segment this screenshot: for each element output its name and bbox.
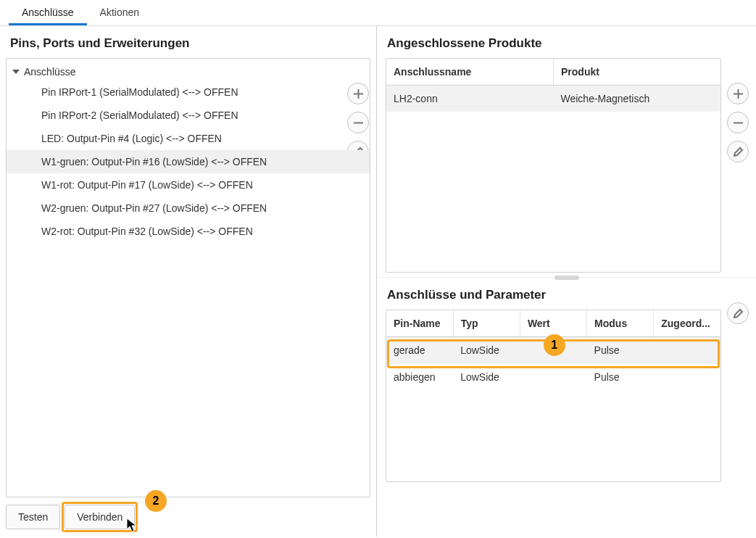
vertical-splitter[interactable] <box>554 276 579 280</box>
tab-bar: Anschlüsse Aktionen <box>0 0 756 26</box>
pencil-icon <box>733 308 744 319</box>
table-cell: LowSide <box>453 364 520 391</box>
left-pane: Pins, Ports und Erweiterungen Anschlüsse… <box>0 26 377 537</box>
table-cell: Pulse <box>587 337 654 364</box>
table-cell: Weiche-Magnetisch <box>554 86 721 112</box>
minus-icon <box>733 117 744 128</box>
plus-icon <box>733 88 744 99</box>
pencil-icon <box>733 146 744 157</box>
table-cell: gerade <box>386 337 453 364</box>
tree-item[interactable]: W2-rot: Output-Pin #32 (LowSide) <--> OF… <box>7 220 370 243</box>
table-row[interactable]: LH2-connWeiche-Magnetisch <box>386 86 720 112</box>
tab-connections[interactable]: Anschlüsse <box>9 0 87 25</box>
left-button-row: Testen Verbinden 2 <box>0 497 376 537</box>
tab-actions[interactable]: Aktionen <box>87 0 152 25</box>
chevron-down-icon <box>12 70 20 74</box>
params-table: Pin-Name Typ Wert Modus Zugeord... gerad… <box>386 310 720 390</box>
params-section: Anschlüsse und Parameter Pin-Name Typ <box>377 277 756 537</box>
right-pane: Angeschlossene Produkte Anschlus <box>377 26 756 537</box>
params-title: Anschlüsse und Parameter <box>377 278 756 310</box>
products-section: Angeschlossene Produkte Anschlus <box>377 26 756 277</box>
pin-tree[interactable]: Anschlüsse Pin IRPort-1 (SerialModulated… <box>6 58 370 497</box>
table-cell: Pulse <box>587 364 654 391</box>
remove-product-button[interactable] <box>727 112 749 133</box>
params-header-assigned[interactable]: Zugeord... <box>654 310 720 337</box>
params-header-type[interactable]: Typ <box>453 310 520 337</box>
connect-button[interactable]: Verbinden <box>65 505 135 529</box>
table-cell: LH2-conn <box>386 86 554 112</box>
table-cell: abbiegen <box>386 364 453 391</box>
table-cell <box>654 364 720 391</box>
tree-item[interactable]: W2-gruen: Output-Pin #27 (LowSide) <--> … <box>7 196 370 220</box>
products-title: Angeschlossene Produkte <box>377 26 756 58</box>
table-cell <box>520 364 586 391</box>
tree-root-label: Anschlüsse <box>24 66 76 78</box>
table-row[interactable]: geradeLowSidePulse <box>386 337 720 364</box>
products-action-buttons <box>727 83 749 162</box>
add-product-button[interactable] <box>727 83 749 104</box>
edit-product-button[interactable] <box>727 141 749 162</box>
products-header-product[interactable]: Produkt <box>554 59 721 86</box>
table-cell: LowSide <box>453 337 520 364</box>
table-cell <box>520 337 586 364</box>
params-table-wrap: Pin-Name Typ Wert Modus Zugeord... gerad… <box>386 310 721 482</box>
left-pane-title: Pins, Ports und Erweiterungen <box>0 26 376 58</box>
main-split: Pins, Ports und Erweiterungen Anschlüsse… <box>0 26 756 537</box>
table-row[interactable]: abbiegenLowSidePulse <box>386 364 720 391</box>
tree-item[interactable]: Pin IRPort-2 (SerialModulated) <--> OFFE… <box>7 104 370 127</box>
params-header-pin[interactable]: Pin-Name <box>386 310 453 337</box>
params-action-buttons <box>727 302 749 324</box>
tree-item[interactable]: W1-rot: Output-Pin #17 (LowSide) <--> OF… <box>7 173 370 196</box>
products-table-wrap: Anschlussname Produkt LH2-connWeiche-Mag… <box>386 58 721 273</box>
products-table: Anschlussname Produkt LH2-connWeiche-Mag… <box>386 59 720 112</box>
tree-root-node[interactable]: Anschlüsse <box>7 63 370 80</box>
table-cell <box>654 337 720 364</box>
edit-param-button[interactable] <box>727 302 749 324</box>
test-button[interactable]: Testen <box>6 505 60 529</box>
params-header-value[interactable]: Wert <box>520 310 586 337</box>
products-header-name[interactable]: Anschlussname <box>386 59 554 86</box>
params-header-mode[interactable]: Modus <box>587 310 654 337</box>
tree-item[interactable]: LED: Output-Pin #4 (Logic) <--> OFFEN <box>7 127 370 150</box>
tree-item[interactable]: Pin IRPort-1 (SerialModulated) <--> OFFE… <box>7 80 370 104</box>
tree-item[interactable]: W1-gruen: Output-Pin #16 (LowSide) <--> … <box>7 150 370 173</box>
